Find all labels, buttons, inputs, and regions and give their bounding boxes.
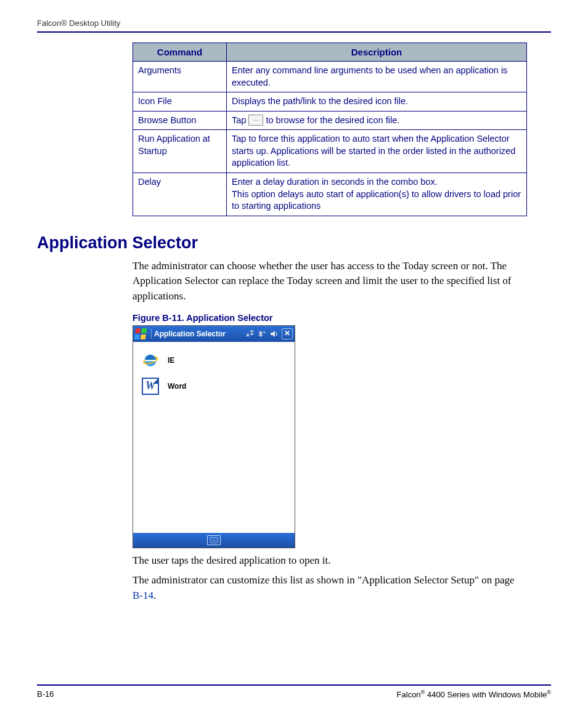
keyboard-icon[interactable] — [207, 535, 221, 545]
app-label: IE — [168, 356, 174, 365]
page-footer: B-16 Falcon® 4400 Series with Windows Mo… — [37, 684, 551, 699]
intro-paragraph: The administrator can choose whether the… — [133, 259, 527, 304]
desc-cell: Enter a delay duration in seconds in the… — [227, 172, 527, 216]
svg-text:x: x — [263, 330, 266, 334]
desc-post: to browse for the desired icon file. — [266, 115, 399, 125]
mobile-bottombar — [133, 533, 295, 548]
para3-pre: The administrator can customize this lis… — [133, 574, 515, 586]
signal-icon[interactable]: x — [257, 329, 267, 339]
cmd-cell: Icon File — [133, 92, 227, 112]
header-title: Falcon® Desktop Utility — [37, 18, 120, 28]
desc-cell: Displays the path/link to the desired ic… — [227, 92, 527, 112]
registered-mark: ® — [547, 689, 551, 696]
desc-cell: Enter any command line arguments to be u… — [227, 62, 527, 92]
table-row: Delay Enter a delay duration in seconds … — [133, 172, 527, 216]
word-icon: W — [142, 378, 159, 395]
start-flag-icon[interactable] — [135, 328, 146, 339]
section-title: Application Selector — [37, 233, 551, 253]
table-header-description: Description — [227, 43, 527, 62]
para-customize: The administrator can customize this lis… — [133, 573, 527, 603]
svg-rect-3 — [145, 360, 156, 361]
close-icon[interactable]: ✕ — [282, 328, 293, 339]
desc-cell: Tap … to browse for the desired icon fil… — [227, 111, 527, 130]
table-row: Run Application at Startup Tap to force … — [133, 130, 527, 173]
page-ref-link[interactable]: B-14 — [133, 590, 153, 601]
para-tap: The user taps the desired application to… — [133, 553, 527, 569]
svg-rect-4 — [210, 537, 218, 542]
app-item-word[interactable]: W Word — [142, 378, 286, 395]
desc-pre: Tap — [232, 115, 248, 125]
application-selector-screenshot: Application Selector x ✕ IE — [133, 325, 295, 548]
footer-product: Falcon® 4400 Series with Windows Mobile® — [397, 689, 551, 699]
table-header-command: Command — [133, 43, 227, 62]
browse-icon[interactable]: … — [248, 115, 263, 126]
table-row: Browse Button Tap … to browse for the de… — [133, 111, 527, 130]
ie-icon — [142, 352, 159, 369]
mobile-titlebar: Application Selector x ✕ — [133, 326, 295, 342]
page-header: Falcon® Desktop Utility — [37, 18, 551, 33]
app-label: Word — [168, 382, 186, 391]
command-table: Command Description Arguments Enter any … — [133, 43, 527, 216]
table-row: Arguments Enter any command line argumen… — [133, 62, 527, 92]
desc-cell: Tap to force this application to auto st… — [227, 130, 527, 173]
table-row: Icon File Displays the path/link to the … — [133, 92, 527, 112]
app-item-ie[interactable]: IE — [142, 352, 286, 369]
figure-caption: Figure B-11. Application Selector — [133, 313, 551, 323]
mobile-title: Application Selector — [154, 330, 226, 338]
titlebar-separator — [151, 329, 152, 339]
mobile-body: IE W Word — [133, 342, 295, 533]
para3-post: . — [153, 590, 156, 601]
cmd-cell: Browse Button — [133, 111, 227, 130]
footer-page-number: B-16 — [37, 689, 54, 699]
cmd-cell: Run Application at Startup — [133, 130, 227, 173]
cmd-cell: Delay — [133, 172, 227, 216]
cmd-cell: Arguments — [133, 62, 227, 92]
connectivity-icon[interactable] — [245, 329, 255, 339]
volume-icon[interactable] — [269, 329, 279, 339]
